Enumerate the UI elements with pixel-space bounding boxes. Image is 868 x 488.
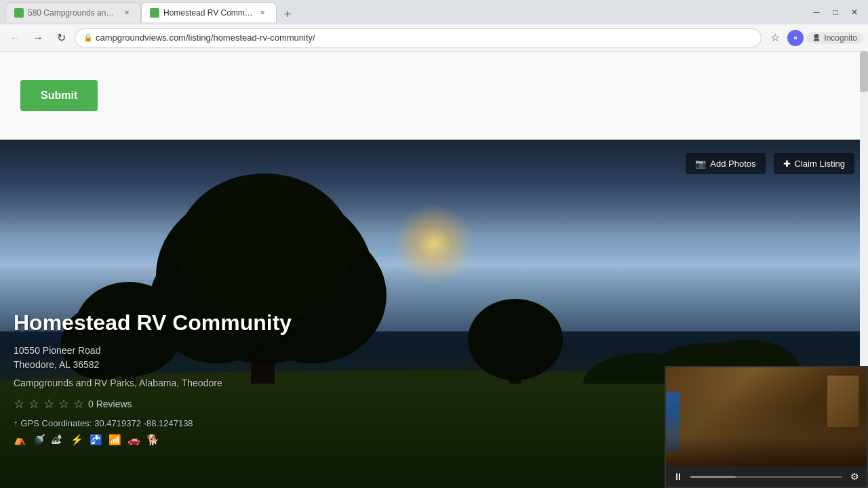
- settings-icon: ⚙: [850, 471, 859, 482]
- star-3: ☆: [43, 396, 54, 411]
- amenity-icon-4: ⚡: [71, 434, 84, 447]
- amenity-icon-6: 📶: [108, 434, 122, 447]
- claim-icon: ✚: [783, 159, 791, 169]
- tab-campgrounds[interactable]: 580 Campgrounds and RV parks ✕: [5, 2, 141, 22]
- tab-favicon-1: [14, 8, 24, 18]
- tab-favicon-2: [150, 8, 159, 18]
- incognito-label: Incognito: [824, 33, 857, 43]
- tab-label-2: Homestead RV Community: [163, 8, 253, 18]
- maximize-button[interactable]: □: [827, 4, 844, 20]
- video-pause-button[interactable]: ⏸: [671, 470, 685, 483]
- video-background: [666, 367, 867, 466]
- amenity-icon-1: ⛺: [14, 434, 27, 447]
- address-text: campgroundviews.com/listing/homestead-rv…: [96, 33, 315, 43]
- star-1: ☆: [14, 396, 24, 411]
- claim-listing-label: Claim Listing: [795, 159, 845, 169]
- lock-icon: 🔒: [83, 33, 93, 42]
- amenity-icon-7: 🚗: [127, 434, 141, 447]
- svg-point-7: [176, 174, 353, 323]
- toolbar-right: ☆ Incognito: [766, 28, 863, 47]
- gps-label: GPS Coordinates:: [21, 418, 92, 428]
- browser-toolbar: ← → ↻ 🔒 campgroundviews.com/listing/home…: [0, 24, 868, 52]
- close-button[interactable]: ✕: [846, 4, 863, 20]
- video-settings-button[interactable]: ⚙: [848, 470, 861, 483]
- claim-listing-button[interactable]: ✚ Claim Listing: [774, 153, 854, 174]
- video-overlay: ⏸ ⚙: [665, 366, 868, 488]
- bookmark-icon[interactable]: ☆: [766, 28, 785, 47]
- tab-label-1: 580 Campgrounds and RV parks: [28, 8, 117, 18]
- forward-button[interactable]: →: [28, 28, 47, 47]
- hero-actions: 📷 Add Photos ✚ Claim Listing: [686, 153, 854, 174]
- video-door: [826, 374, 860, 428]
- star-4: ☆: [58, 396, 69, 411]
- amenity-icon-2: 🚿: [33, 434, 46, 447]
- refresh-button[interactable]: ↻: [52, 28, 71, 47]
- pause-icon: ⏸: [673, 471, 683, 482]
- browser-top-bar: 580 Campgrounds and RV parks ✕ Homestead…: [0, 0, 868, 24]
- campground-title: Homestead RV Community: [14, 310, 854, 336]
- video-controls-bar: ⏸ ⚙: [666, 466, 867, 487]
- add-photos-label: Add Photos: [710, 159, 755, 169]
- tab-bar: 580 Campgrounds and RV parks ✕ Homestead…: [5, 2, 803, 22]
- scrollbar-thumb[interactable]: [860, 52, 868, 92]
- browser-window: 580 Campgrounds and RV parks ✕ Homestead…: [0, 0, 868, 488]
- minimize-button[interactable]: ─: [808, 4, 825, 20]
- window-controls: ─ □ ✕: [808, 4, 863, 20]
- video-progress-bar[interactable]: [690, 476, 842, 478]
- camera-icon: 📷: [695, 159, 706, 169]
- video-progress-fill: [690, 476, 736, 478]
- incognito-indicator: Incognito: [806, 32, 863, 44]
- star-2: ☆: [28, 396, 39, 411]
- extensions-icon[interactable]: [787, 30, 804, 46]
- add-photos-button[interactable]: 📷 Add Photos: [686, 153, 765, 174]
- gps-coordinates: 30.4719372 -88.1247138: [94, 418, 193, 428]
- submit-area: Submit: [0, 52, 868, 140]
- back-button[interactable]: ←: [5, 28, 24, 47]
- amenity-icon-8: 🐕: [146, 434, 160, 447]
- tab-homestead[interactable]: Homestead RV Community ✕: [141, 2, 277, 22]
- address-line1: 10550 Pioneer Road: [14, 344, 854, 358]
- amenity-icon-5: 🚰: [90, 434, 103, 447]
- gps-arrow-icon: ↑: [14, 418, 18, 428]
- amenity-icon-3: 🏕: [52, 434, 65, 447]
- reviews-link[interactable]: 0 Reviews: [88, 399, 132, 409]
- tab-close-2[interactable]: ✕: [257, 7, 268, 18]
- new-tab-button[interactable]: +: [279, 6, 296, 22]
- tab-close-1[interactable]: ✕: [121, 7, 132, 18]
- address-bar[interactable]: 🔒 campgroundviews.com/listing/homestead-…: [75, 28, 762, 47]
- star-5: ☆: [73, 396, 84, 411]
- submit-button[interactable]: Submit: [20, 80, 98, 111]
